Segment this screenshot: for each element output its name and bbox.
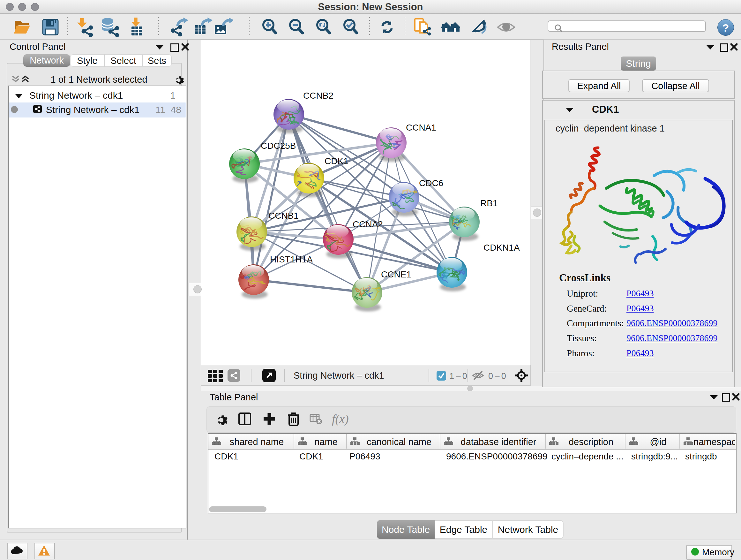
svg-text:CCNA2: CCNA2 bbox=[353, 219, 383, 229]
svg-text:CCNB1: CCNB1 bbox=[268, 211, 299, 221]
svg-text:CDK1: CDK1 bbox=[325, 156, 348, 166]
svg-text:CDKN1A: CDKN1A bbox=[483, 243, 520, 253]
svg-text:CCNB2: CCNB2 bbox=[303, 91, 333, 101]
svg-text:CCNE1: CCNE1 bbox=[381, 269, 411, 279]
svg-text:CDC25B: CDC25B bbox=[261, 141, 296, 151]
svg-text:CDC6: CDC6 bbox=[419, 178, 443, 188]
svg-text:HIST1H1A: HIST1H1A bbox=[270, 254, 313, 264]
svg-text:CCNA1: CCNA1 bbox=[406, 123, 436, 132]
svg-text:RB1: RB1 bbox=[480, 198, 497, 208]
